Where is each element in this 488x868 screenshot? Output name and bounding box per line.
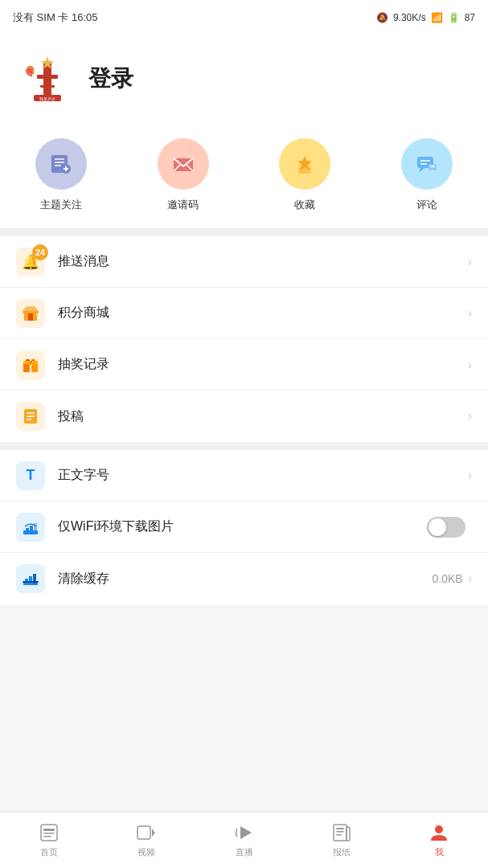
cache-icon-wrap xyxy=(16,564,45,593)
bell-icon: 🔕 xyxy=(376,12,388,23)
fontsize-label: 正文字号 xyxy=(58,467,468,484)
submit-icon xyxy=(22,407,39,425)
quick-actions-bar: 主题关注 邀请码 收藏 xyxy=(0,125,488,228)
menu-push-messages[interactable]: 🔔 24 推送消息 › xyxy=(0,236,488,288)
svg-rect-1 xyxy=(37,75,58,79)
svg-text:我是庐步: 我是庐步 xyxy=(39,96,55,101)
toggle-knob xyxy=(429,518,446,536)
push-label: 推送消息 xyxy=(58,253,468,270)
video-label: 视频 xyxy=(137,846,155,858)
svg-rect-37 xyxy=(26,528,29,532)
cache-label: 清除缓存 xyxy=(58,571,433,588)
action-topics[interactable]: 主题关注 xyxy=(0,138,122,212)
menu-points-mall[interactable]: 积分商城 › xyxy=(0,288,488,339)
submit-icon-wrap xyxy=(16,402,45,431)
battery-level: 87 xyxy=(465,12,475,23)
lottery-label: 抽奖记录 xyxy=(58,356,468,373)
login-title[interactable]: 登录 xyxy=(88,63,133,94)
svg-rect-52 xyxy=(334,825,347,841)
menu-clear-cache[interactable]: 清除缓存 0.0KB › xyxy=(0,553,488,604)
svg-rect-16 xyxy=(298,167,311,174)
divider-2 xyxy=(0,442,488,450)
nav-newspaper[interactable]: 报纸 xyxy=(293,822,390,858)
shop-icon-wrap xyxy=(16,299,45,328)
menu-group-2: T 正文字号 › 仅WiFi环境下载图片 xyxy=(0,450,488,604)
svg-rect-53 xyxy=(336,828,344,829)
push-icon-wrap: 🔔 24 xyxy=(16,248,45,276)
lottery-icon xyxy=(22,356,39,374)
push-arrow: › xyxy=(468,255,472,269)
wifi-icon-wrap xyxy=(16,513,45,542)
video-icon xyxy=(136,822,157,843)
bottom-spacer xyxy=(0,604,488,620)
svg-rect-23 xyxy=(23,311,39,313)
shop-arrow: › xyxy=(468,306,472,321)
menu-group-1: 🔔 24 推送消息 › 积分商城 › xyxy=(0,236,488,442)
app-logo: 我是庐步 xyxy=(19,55,76,103)
svg-point-57 xyxy=(435,825,443,833)
newspaper-label: 报纸 xyxy=(333,846,351,858)
fontsize-icon: T xyxy=(27,467,35,484)
submit-arrow: › xyxy=(468,409,472,424)
nav-home[interactable]: 首页 xyxy=(0,822,97,858)
nav-live[interactable]: 直播 xyxy=(195,822,293,858)
main-content: 我是庐步 登录 主题关注 xyxy=(0,35,488,812)
divider-1 xyxy=(0,228,488,236)
live-icon xyxy=(234,822,255,843)
topics-label: 主题关注 xyxy=(40,198,82,212)
topics-icon-circle xyxy=(35,138,87,190)
svg-rect-49 xyxy=(137,826,150,839)
battery-icon: 🔋 xyxy=(448,12,460,23)
svg-marker-51 xyxy=(240,826,252,839)
invite-label: 邀请码 xyxy=(167,198,199,212)
menu-lottery[interactable]: 抽奖记录 › xyxy=(0,339,488,391)
wifi-download-icon xyxy=(22,518,39,536)
svg-rect-21 xyxy=(429,164,437,170)
nav-video[interactable]: 视频 xyxy=(97,822,195,858)
svg-rect-38 xyxy=(30,526,33,532)
wifi-icon: 📶 xyxy=(431,12,443,23)
shop-icon xyxy=(22,305,39,322)
bottom-nav: 首页 视频 直播 报纸 xyxy=(0,812,488,868)
home-label: 首页 xyxy=(40,846,58,858)
wifi-toggle[interactable] xyxy=(427,517,465,538)
me-label: 我 xyxy=(435,846,444,858)
status-right: 🔕 9.30K/s 📶 🔋 87 xyxy=(376,12,475,23)
wifi-only-label: 仅WiFi环境下载图片 xyxy=(58,518,427,535)
home-icon xyxy=(39,822,59,843)
svg-rect-44 xyxy=(23,581,39,583)
status-bar: 没有 SIM 卡 16:05 🔕 9.30K/s 📶 🔋 87 xyxy=(0,0,488,35)
svg-rect-56 xyxy=(347,827,350,841)
svg-rect-55 xyxy=(336,834,342,836)
newspaper-icon xyxy=(331,822,352,843)
svg-rect-47 xyxy=(43,833,55,834)
nav-me[interactable]: 我 xyxy=(391,822,488,858)
cache-arrow: › xyxy=(468,571,472,586)
lottery-arrow: › xyxy=(468,358,472,372)
header-section: 我是庐步 登录 xyxy=(0,35,488,125)
menu-fontsize[interactable]: T 正文字号 › xyxy=(0,450,488,502)
svg-rect-54 xyxy=(336,831,344,833)
fontsize-arrow: › xyxy=(468,469,472,483)
svg-marker-50 xyxy=(152,829,155,837)
network-speed: 9.30K/s xyxy=(393,12,426,23)
live-label: 直播 xyxy=(236,846,253,858)
svg-rect-48 xyxy=(43,836,51,837)
action-comments[interactable]: 评论 xyxy=(366,138,488,212)
invite-icon-circle xyxy=(158,138,209,190)
action-favorites[interactable]: 收藏 xyxy=(244,138,367,212)
push-badge: 24 xyxy=(32,244,48,260)
comments-label: 评论 xyxy=(416,198,437,212)
cache-value: 0.0KB xyxy=(433,572,463,585)
lottery-icon-wrap xyxy=(16,350,45,379)
me-icon xyxy=(429,822,449,843)
svg-marker-18 xyxy=(419,168,424,173)
menu-submit[interactable]: 投稿 › xyxy=(0,391,488,442)
status-time-sim: 没有 SIM 卡 16:05 xyxy=(13,10,97,25)
shop-label: 积分商城 xyxy=(58,305,468,321)
svg-rect-25 xyxy=(28,313,33,321)
action-invite[interactable]: 邀请码 xyxy=(122,138,244,212)
svg-rect-46 xyxy=(43,829,55,831)
fontsize-icon-wrap: T xyxy=(16,461,45,490)
menu-wifi-only[interactable]: 仅WiFi环境下载图片 xyxy=(0,502,488,553)
